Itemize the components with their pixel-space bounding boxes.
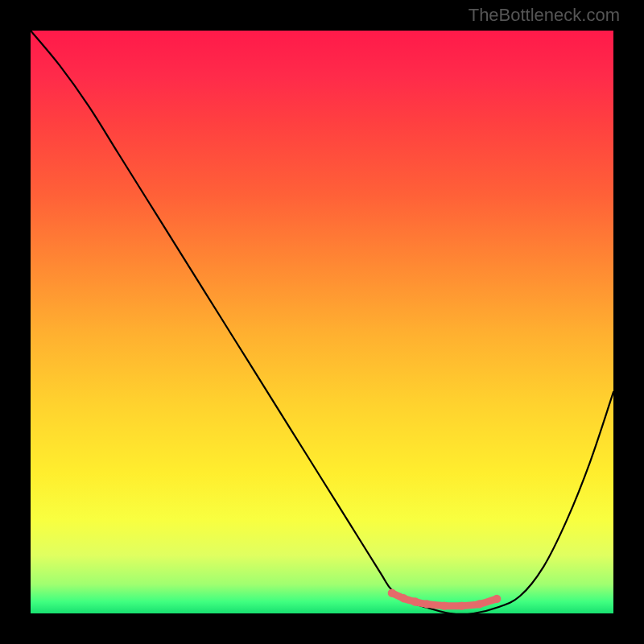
chart-container: TheBottleneck.com	[0, 0, 644, 644]
bottleneck-curve	[31, 31, 613, 614]
highlight-dot	[423, 600, 431, 608]
watermark-text: TheBottleneck.com	[469, 5, 620, 26]
plot-area	[31, 31, 613, 613]
highlight-dot	[493, 595, 501, 603]
highlight-dot	[440, 601, 448, 609]
curve-svg	[31, 31, 613, 613]
highlight-dot	[399, 594, 407, 602]
highlight-dot	[388, 588, 396, 597]
highlight-dot	[458, 601, 466, 609]
highlight-dot	[475, 600, 483, 608]
highlight-dot	[411, 597, 419, 605]
